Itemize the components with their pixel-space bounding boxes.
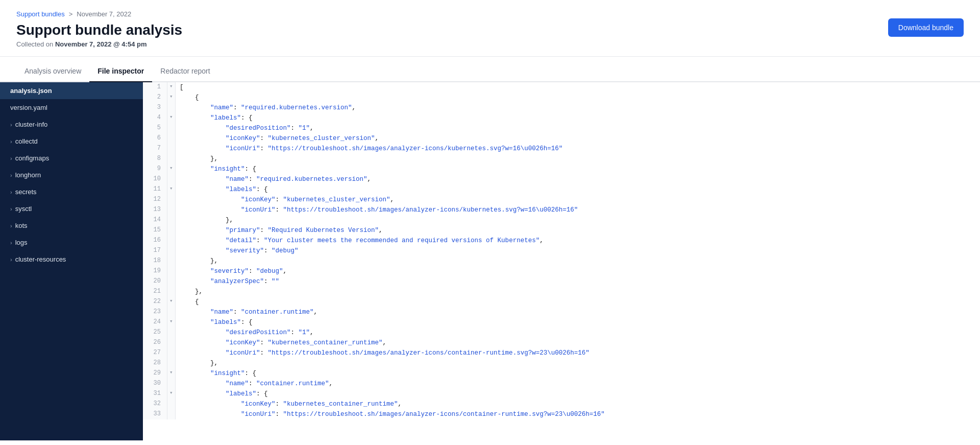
line-arrow — [167, 327, 176, 338]
line-content: "primary": "Required Kubernetes Version"… — [176, 225, 980, 236]
line-arrow[interactable]: ▾ — [167, 184, 176, 195]
line-content: "name": "container.runtime", — [176, 307, 980, 317]
table-row: 21 }, — [143, 287, 980, 297]
table-row: 4▾ "labels": { — [143, 113, 980, 123]
tab-file-inspector[interactable]: File inspector — [89, 61, 152, 82]
line-arrow[interactable]: ▾ — [167, 297, 176, 307]
line-arrow — [167, 123, 176, 133]
line-number: 16 — [143, 236, 167, 246]
line-content: "insight": { — [176, 368, 980, 379]
line-content: "severity": "debug" — [176, 246, 980, 256]
line-number: 15 — [143, 225, 167, 236]
line-number: 24 — [143, 317, 167, 327]
line-content: "iconUri": "https://troubleshoot.sh/imag… — [176, 144, 980, 154]
chevron-icon: › — [10, 240, 12, 246]
line-arrow — [167, 399, 176, 409]
sidebar-item-version-yaml[interactable]: version.yaml — [0, 99, 143, 116]
chevron-icon: › — [10, 172, 12, 178]
line-number: 27 — [143, 348, 167, 358]
line-arrow[interactable]: ▾ — [167, 389, 176, 399]
sidebar-item-collectd[interactable]: › collectd — [0, 133, 143, 150]
line-number: 20 — [143, 276, 167, 287]
line-arrow[interactable]: ▾ — [167, 317, 176, 327]
line-content: }, — [176, 287, 980, 297]
chevron-icon: › — [10, 223, 12, 229]
tabs-bar: Analysis overview File inspector Redacto… — [0, 61, 980, 82]
sidebar-item-cluster-info[interactable]: › cluster-info — [0, 116, 143, 133]
table-row: 30 "name": "container.runtime", — [143, 379, 980, 389]
line-content: "labels": { — [176, 389, 980, 399]
table-row: 8 }, — [143, 154, 980, 164]
sidebar-item-sysctl[interactable]: › sysctl — [0, 200, 143, 217]
line-arrow — [167, 276, 176, 287]
breadcrumb-link[interactable]: Support bundles — [16, 10, 65, 18]
table-row: 16 "detail": "Your cluster meets the rec… — [143, 236, 980, 246]
line-number: 2 — [143, 92, 167, 103]
line-content: }, — [176, 215, 980, 225]
line-content: "analyzerSpec": "" — [176, 276, 980, 287]
table-row: 22▾ { — [143, 297, 980, 307]
line-number: 14 — [143, 215, 167, 225]
table-row: 17 "severity": "debug" — [143, 246, 980, 256]
table-row: 15 "primary": "Required Kubernetes Versi… — [143, 225, 980, 236]
line-content: "name": "container.runtime", — [176, 379, 980, 389]
line-content: "desiredPosition": "1", — [176, 123, 980, 133]
line-content: "labels": { — [176, 113, 980, 123]
line-content: "severity": "debug", — [176, 266, 980, 276]
line-content: }, — [176, 154, 980, 164]
line-number: 30 — [143, 379, 167, 389]
line-number: 13 — [143, 205, 167, 215]
table-row: 23 "name": "container.runtime", — [143, 307, 980, 317]
line-arrow — [167, 133, 176, 144]
line-content: "iconUri": "https://troubleshoot.sh/imag… — [176, 348, 980, 358]
line-content: "name": "required.kubernetes.version", — [176, 103, 980, 113]
sidebar-item-configmaps[interactable]: › configmaps — [0, 150, 143, 167]
line-arrow — [167, 307, 176, 317]
line-arrow[interactable]: ▾ — [167, 368, 176, 379]
tab-analysis-overview[interactable]: Analysis overview — [16, 61, 89, 82]
line-number: 7 — [143, 144, 167, 154]
tab-redactor-report[interactable]: Redactor report — [152, 61, 218, 82]
line-number: 29 — [143, 368, 167, 379]
line-arrow — [167, 348, 176, 358]
breadcrumb-current: November 7, 2022 — [77, 10, 131, 18]
line-arrow[interactable]: ▾ — [167, 82, 176, 92]
table-row: 19 "severity": "debug", — [143, 266, 980, 276]
line-content: "iconUri": "https://troubleshoot.sh/imag… — [176, 409, 980, 419]
sidebar-item-longhorn[interactable]: › longhorn — [0, 167, 143, 183]
line-arrow[interactable]: ▾ — [167, 92, 176, 103]
line-arrow — [167, 287, 176, 297]
line-number: 8 — [143, 154, 167, 164]
sidebar-item-analysis-json[interactable]: analysis.json — [0, 82, 143, 99]
line-number: 22 — [143, 297, 167, 307]
line-number: 11 — [143, 184, 167, 195]
code-viewer[interactable]: 1▾[2▾ {3 "name": "required.kubernetes.ve… — [143, 82, 980, 440]
chevron-icon: › — [10, 206, 12, 212]
line-arrow[interactable]: ▾ — [167, 113, 176, 123]
table-row: 32 "iconKey": "kubernetes_container_runt… — [143, 399, 980, 409]
table-row: 7 "iconUri": "https://troubleshoot.sh/im… — [143, 144, 980, 154]
line-arrow[interactable]: ▾ — [167, 164, 176, 174]
code-lines: 1▾[2▾ {3 "name": "required.kubernetes.ve… — [143, 82, 980, 419]
table-row: 27 "iconUri": "https://troubleshoot.sh/i… — [143, 348, 980, 358]
line-arrow — [167, 215, 176, 225]
table-row: 9▾ "insight": { — [143, 164, 980, 174]
line-arrow — [167, 409, 176, 419]
sidebar-item-kots[interactable]: › kots — [0, 217, 143, 234]
sidebar-item-logs[interactable]: › logs — [0, 234, 143, 251]
line-content: "iconUri": "https://troubleshoot.sh/imag… — [176, 205, 980, 215]
table-row: 6 "iconKey": "kubernetes_cluster_version… — [143, 133, 980, 144]
line-content: { — [176, 297, 980, 307]
page-header: Support bundles > November 7, 2022 Suppo… — [0, 0, 980, 57]
table-row: 18 }, — [143, 256, 980, 266]
line-number: 32 — [143, 399, 167, 409]
table-row: 10 "name": "required.kubernetes.version"… — [143, 174, 980, 184]
table-row: 20 "analyzerSpec": "" — [143, 276, 980, 287]
file-sidebar: analysis.jsonversion.yaml› cluster-info›… — [0, 82, 143, 440]
table-row: 31▾ "labels": { — [143, 389, 980, 399]
sidebar-item-cluster-resources[interactable]: › cluster-resources — [0, 251, 143, 268]
download-bundle-button[interactable]: Download bundle — [888, 18, 964, 37]
line-arrow — [167, 256, 176, 266]
table-row: 12 "iconKey": "kubernetes_cluster_versio… — [143, 195, 980, 205]
sidebar-item-secrets[interactable]: › secrets — [0, 183, 143, 200]
